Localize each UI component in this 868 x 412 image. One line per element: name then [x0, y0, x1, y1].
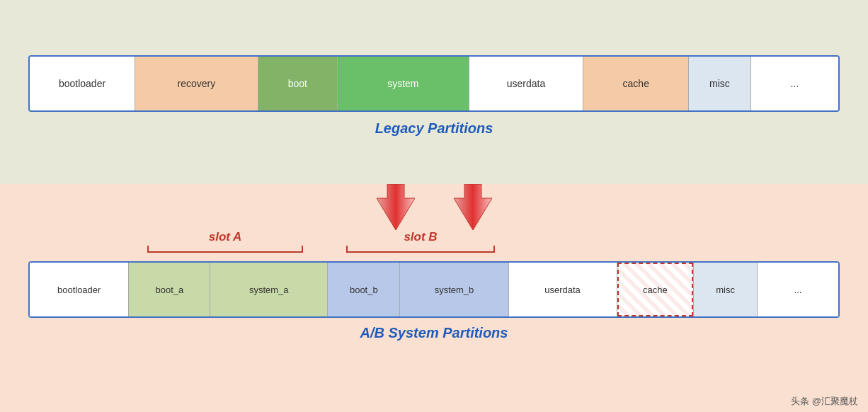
ab-partition-boot-a: boot_a [129, 263, 210, 316]
slot-a-label-wrap: slot A [147, 230, 303, 253]
ab-partition-cache: cache [617, 263, 695, 316]
partition-recovery: recovery [135, 57, 258, 110]
slot-b-label-wrap: slot B [346, 230, 495, 253]
ab-partition-row: bootloader boot_a system_a boot_b system… [28, 261, 840, 318]
ab-partition-misc: misc [694, 263, 758, 316]
ab-partition-system-b: system_b [400, 263, 508, 316]
partition-dots: ... [751, 57, 838, 110]
legacy-section: bootloader recovery boot system userdata… [0, 0, 868, 184]
main-container: bootloader recovery boot system userdata… [0, 0, 868, 412]
partition-boot: boot [258, 57, 338, 110]
ab-partition-bootloader: bootloader [30, 263, 129, 316]
ab-partition-boot-b: boot_b [328, 263, 400, 316]
arrow-right [454, 184, 492, 230]
partition-system: system [338, 57, 469, 110]
legacy-title: Legacy Partitions [375, 120, 493, 137]
partition-userdata: userdata [469, 57, 583, 110]
arrows-area [28, 184, 840, 230]
partition-misc: misc [689, 57, 750, 110]
slot-a-label: slot A [209, 230, 242, 244]
watermark: 头条 @汇聚魔杖 [791, 395, 858, 408]
slot-labels-area: slot A slot B [28, 230, 840, 261]
legacy-partition-row: bootloader recovery boot system userdata… [28, 55, 840, 112]
slot-b-label: slot B [404, 230, 437, 244]
ab-partition-system-a: system_a [210, 263, 328, 316]
ab-title: A/B System Partitions [360, 325, 508, 341]
arrow-left [377, 184, 415, 230]
ab-partition-userdata: userdata [509, 263, 617, 316]
partition-cache: cache [583, 57, 689, 110]
svg-marker-0 [377, 184, 415, 230]
partition-bootloader: bootloader [30, 57, 135, 110]
svg-marker-1 [454, 184, 492, 230]
ab-partition-dots: ... [758, 263, 838, 316]
slot-b-bracket [346, 246, 495, 253]
slot-a-bracket [147, 246, 303, 253]
